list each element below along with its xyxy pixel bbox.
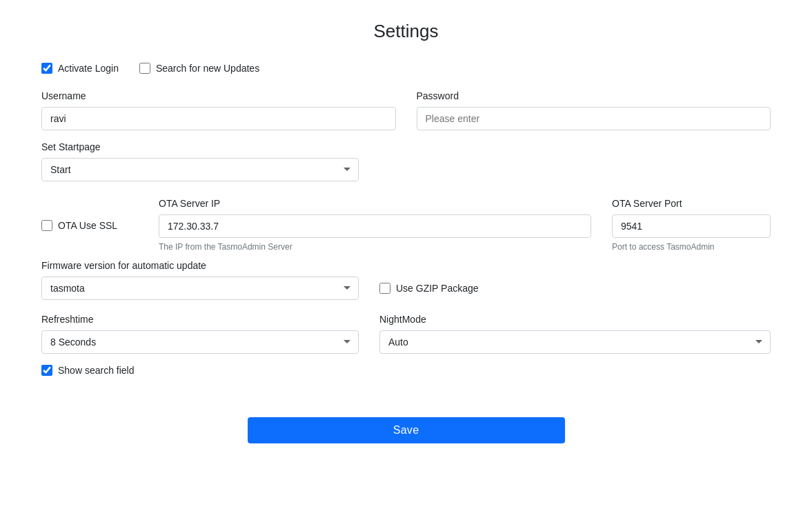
password-input[interactable] (417, 107, 771, 130)
search-updates-group: Search for new Updates (139, 63, 259, 74)
ota-server-port-label: OTA Server Port (612, 198, 771, 209)
ota-server-port-hint: Port to access TasmoAdmin (612, 242, 771, 252)
activate-login-group: Activate Login (41, 63, 119, 74)
ota-row: OTA Use SSL OTA Server IP The IP from th… (41, 198, 771, 252)
use-gzip-checkbox[interactable] (379, 283, 390, 294)
firmware-label: Firmware version for automatic update (41, 260, 359, 271)
ota-server-port-input[interactable] (612, 214, 771, 238)
gzip-col: Use GZIP Package (379, 266, 479, 294)
firmware-row: Firmware version for automatic update ta… (41, 260, 771, 300)
ota-server-ip-group: OTA Server IP The IP from the TasmoAdmin… (159, 198, 591, 252)
ota-ssl-col: OTA Use SSL (41, 198, 138, 231)
username-label: Username (41, 90, 396, 101)
page-title: Settings (41, 14, 771, 42)
save-button[interactable]: Save (248, 417, 565, 443)
ota-use-ssl-label[interactable]: OTA Use SSL (58, 220, 117, 231)
password-label: Password (417, 90, 771, 101)
ota-server-port-group: OTA Server Port Port to access TasmoAdmi… (612, 198, 771, 252)
show-search-field-checkbox[interactable] (41, 365, 52, 376)
search-updates-checkbox[interactable] (139, 63, 150, 74)
use-gzip-group: Use GZIP Package (379, 283, 479, 294)
ota-server-ip-label: OTA Server IP (159, 198, 591, 209)
startpage-label: Set Startpage (41, 141, 359, 152)
ota-server-ip-input[interactable] (159, 214, 591, 238)
refreshtime-label: Refreshtime (41, 314, 359, 325)
nightmode-label: NightMode (379, 314, 771, 325)
refreshtime-select[interactable]: 8 Seconds 5 Seconds 10 Seconds 15 Second… (41, 330, 359, 354)
startpage-select[interactable]: Start (41, 158, 359, 181)
startpage-group: Set Startpage Start (41, 141, 359, 181)
refreshtime-group: Refreshtime 8 Seconds 5 Seconds 10 Secon… (41, 314, 359, 354)
firmware-group: Firmware version for automatic update ta… (41, 260, 359, 300)
firmware-select[interactable]: tasmota (41, 277, 359, 300)
search-updates-label[interactable]: Search for new Updates (156, 63, 259, 74)
username-group: Username (41, 90, 396, 130)
ota-use-ssl-group: OTA Use SSL (41, 220, 117, 231)
ota-use-ssl-checkbox[interactable] (41, 220, 52, 231)
ota-server-ip-hint: The IP from the TasmoAdmin Server (159, 242, 591, 252)
save-button-container: Save (41, 417, 771, 457)
show-search-field-label[interactable]: Show search field (58, 365, 135, 376)
show-search-field-group: Show search field (41, 365, 771, 376)
username-input[interactable] (41, 107, 396, 130)
use-gzip-label[interactable]: Use GZIP Package (396, 283, 479, 294)
activate-login-label[interactable]: Activate Login (58, 63, 119, 74)
activate-login-checkbox[interactable] (41, 63, 52, 74)
page-container: Settings Activate Login Search for new U… (0, 0, 812, 531)
password-group: Password (417, 90, 771, 130)
nightmode-group: NightMode Auto On Off (379, 314, 771, 354)
refresh-night-row: Refreshtime 8 Seconds 5 Seconds 10 Secon… (41, 314, 771, 354)
nightmode-select[interactable]: Auto On Off (379, 330, 771, 354)
